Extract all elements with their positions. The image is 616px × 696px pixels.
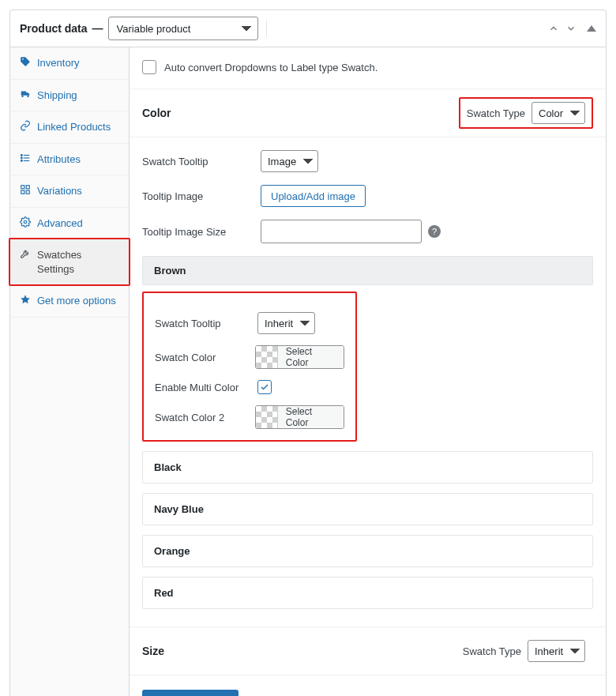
svg-rect-7	[26, 186, 29, 189]
list-icon	[20, 152, 31, 164]
tag-icon	[20, 56, 31, 67]
swatch-tooltip-select[interactable]: Image	[261, 150, 318, 172]
sidebar-item-attributes[interactable]: Attributes	[10, 144, 129, 175]
select-color-text: Select Color	[278, 346, 344, 368]
separator	[266, 20, 267, 37]
svg-point-3	[21, 154, 22, 156]
svg-point-5	[21, 160, 22, 161]
tooltip-image-label: Tooltip Image	[142, 190, 261, 202]
color-swatch-type-highlight: Swatch Type Color	[459, 97, 593, 129]
swatches-settings-panel: Auto convert Dropdowns to Label type Swa…	[130, 47, 606, 696]
gear-icon	[20, 216, 31, 228]
tooltip-image-size-input[interactable]	[261, 220, 422, 243]
size-swatch-type-label: Swatch Type	[463, 645, 521, 657]
size-swatch-type-box: Swatch Type Inherit	[455, 635, 593, 667]
sidebar-item-advanced[interactable]: Advanced	[10, 208, 129, 239]
sidebar-item-label: Advanced	[37, 216, 83, 231]
color-section-header: Color Swatch Type Color	[130, 88, 606, 137]
sidebar-item-label: Shipping	[37, 88, 77, 103]
wrench-icon	[20, 248, 31, 259]
term-navy-blue-header[interactable]: Navy Blue	[142, 493, 593, 525]
swatch-tooltip-label: Swatch Tooltip	[142, 156, 261, 167]
term-brown-body-highlight: Swatch Tooltip Inherit Swatch Color Sele…	[142, 292, 357, 442]
brown-swatch-color-label: Swatch Color	[155, 352, 255, 363]
swatch-color2-picker[interactable]: Select Color	[255, 405, 344, 429]
term-orange-header[interactable]: Orange	[142, 535, 593, 567]
svg-rect-6	[21, 186, 24, 189]
product-type-select[interactable]: Variable product	[108, 17, 258, 40]
collapse-toggle-icon[interactable]	[587, 25, 596, 32]
panel-title: Product data	[20, 22, 88, 35]
move-up-icon[interactable]	[547, 22, 560, 35]
grid-icon	[20, 184, 31, 195]
help-icon[interactable]: ?	[428, 225, 441, 238]
size-section-header: Size Swatch Type Inherit	[130, 626, 606, 675]
swatch-type-label: Swatch Type	[467, 107, 525, 119]
panel-header: Product data — Variable product	[10, 10, 606, 47]
sidebar-item-get-more-options[interactable]: Get more options	[10, 285, 129, 317]
svg-point-4	[21, 157, 22, 159]
sidebar-item-label: Swatches Settings	[37, 248, 119, 276]
svg-rect-9	[26, 190, 29, 194]
sidebar-item-swatches-settings[interactable]: Swatches Settings	[10, 239, 129, 284]
size-section-title: Size	[142, 645, 164, 657]
brown-swatch-color2-label: Swatch Color 2	[155, 412, 255, 423]
svg-marker-11	[21, 295, 30, 304]
size-swatch-type-select[interactable]: Inherit	[528, 640, 585, 662]
sidebar-item-shipping[interactable]: Shipping	[10, 80, 129, 111]
star-icon	[20, 294, 31, 305]
select-color2-text: Select Color	[278, 406, 344, 428]
svg-point-10	[24, 220, 27, 224]
dash: —	[92, 22, 103, 35]
sidebar-item-label: Linked Products	[37, 120, 111, 134]
color-swatch-type-select[interactable]: Color	[531, 102, 585, 124]
sidebar-item-variations[interactable]: Variations	[10, 175, 129, 207]
save-swatches-button[interactable]: Save Swatches	[142, 690, 239, 696]
sidebar-item-label: Variations	[37, 184, 82, 198]
sidebar-item-label: Get more options	[37, 294, 116, 308]
term-red-header[interactable]: Red	[142, 577, 593, 609]
color-section-title: Color	[142, 107, 171, 119]
product-data-panel: Product data — Variable product Inventor…	[9, 9, 607, 696]
svg-rect-8	[21, 190, 24, 194]
term-brown-header[interactable]: Brown	[142, 256, 593, 285]
sidebar-item-linked-products[interactable]: Linked Products	[10, 111, 129, 143]
sidebar-item-inventory[interactable]: Inventory	[10, 47, 129, 79]
enable-multi-color-label: Enable Multi Color	[155, 382, 257, 393]
auto-convert-checkbox[interactable]	[142, 60, 156, 74]
checker-swatch-icon	[256, 346, 278, 368]
checker-swatch-icon	[256, 406, 278, 428]
term-black-header[interactable]: Black	[142, 451, 593, 483]
swatch-color-picker[interactable]: Select Color	[255, 345, 344, 369]
truck-icon	[20, 88, 31, 100]
sidebar-item-label: Attributes	[37, 152, 81, 167]
tooltip-image-size-label: Tooltip Image Size	[142, 226, 261, 238]
product-data-tabs: Inventory Shipping Linked Products Attri…	[10, 47, 130, 696]
upload-add-image-button[interactable]: Upload/Add image	[261, 185, 366, 207]
move-down-icon[interactable]	[565, 22, 577, 35]
enable-multi-color-checkbox[interactable]	[257, 380, 272, 394]
link-icon	[20, 120, 31, 131]
auto-convert-label: Auto convert Dropdowns to Label type Swa…	[164, 62, 377, 73]
brown-swatch-tooltip-label: Swatch Tooltip	[155, 318, 257, 329]
brown-swatch-tooltip-select[interactable]: Inherit	[257, 312, 315, 334]
sidebar-item-label: Inventory	[37, 56, 79, 70]
